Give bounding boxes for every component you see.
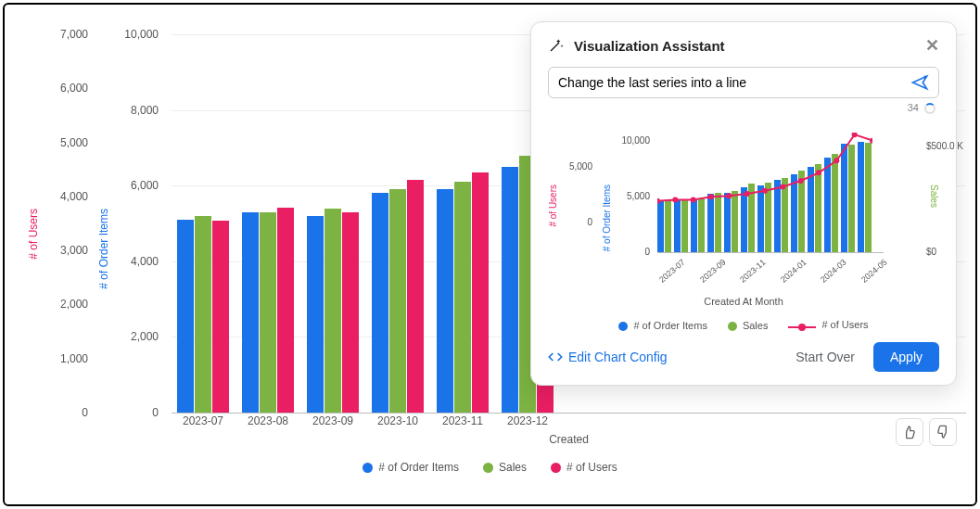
bar-group [307,209,359,413]
thumbs-up-icon[interactable] [896,418,923,446]
preview-legend-sales: Sales [728,320,769,331]
edit-chart-config-link[interactable]: Edit Chart Config [548,350,668,364]
axis-label-users: # of Users [27,209,40,260]
panel-header: Visualization Assistant ✕ [548,35,939,56]
preview-axis-sales: Sales [929,185,939,208]
assistant-input[interactable] [558,75,910,90]
preview-axis-order-items: # of Order Items [602,185,612,251]
bar-group [437,172,489,413]
chart-legend: # of Order Items Sales # of Users [14,461,966,474]
panel-actions: Edit Chart Config Start Over Apply [548,342,939,372]
legend-item-order-items: # of Order Items [363,461,459,474]
send-icon[interactable] [910,73,929,92]
preview-legend-items: # of Order Items [618,320,706,331]
assistant-input-row [548,67,939,98]
code-icon [548,350,563,364]
x-axis-label: Created [172,433,966,446]
apply-button[interactable]: Apply [873,342,939,372]
legend-item-users: # of Users [551,461,617,474]
close-icon[interactable]: ✕ [925,35,939,56]
token-counter: 34 [548,102,939,114]
bar-group [372,180,424,413]
axis-label-order-items: # of Order Items [97,209,110,289]
preview-bars [657,133,884,253]
bar-group [177,216,229,413]
preview-legend: # of Order Items Sales # of Users [548,319,939,331]
preview-axis-users: # of Users [548,185,558,227]
preview-x-categories: 2023-072023-092023-112024-012024-032024-… [657,277,884,286]
bar-group [242,208,294,413]
legend-item-sales: Sales [483,461,527,474]
preview-x-label: Created At Month [548,296,939,307]
preview-legend-users: # of Users [788,319,868,331]
wand-icon [548,37,565,54]
x-axis-categories: 2023-072023-082023-092023-102023-112023-… [172,414,966,427]
start-over-button[interactable]: Start Over [786,344,864,370]
svg-point-0 [923,76,926,79]
feedback-row [896,418,957,446]
spinner-icon [924,103,935,114]
panel-title: Visualization Assistant [574,38,725,54]
visualization-assistant-panel: Visualization Assistant ✕ 34 # of Users … [530,21,957,386]
thumbs-down-icon[interactable] [929,418,957,446]
preview-chart: # of Users # of Order Items Sales 0 5,00… [548,120,939,333]
